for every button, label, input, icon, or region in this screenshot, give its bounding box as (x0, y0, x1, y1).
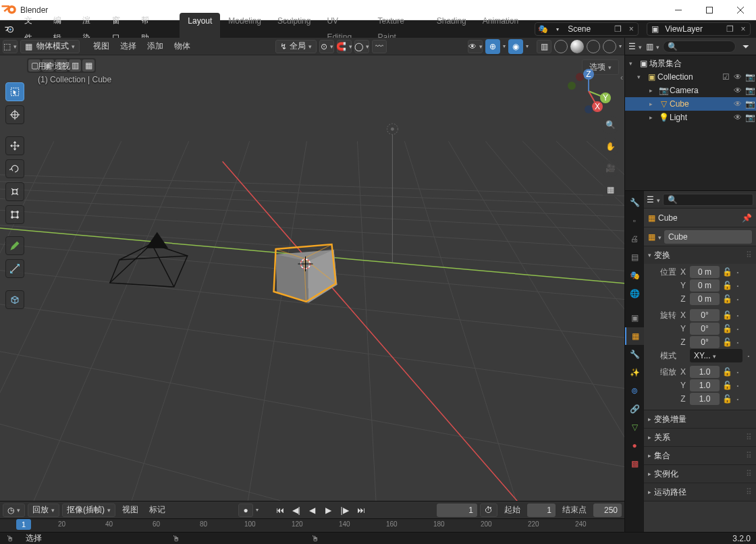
ptab-scene[interactable]: 🎭 (625, 267, 644, 284)
tool-move[interactable] (5, 136, 24, 155)
minimize-button[interactable] (663, 0, 694, 20)
tool-scale[interactable] (5, 182, 24, 201)
panel-instancing[interactable]: ▸实例化⠿ (644, 465, 756, 483)
tool-measure[interactable] (5, 259, 24, 278)
tool-cursor[interactable] (5, 105, 24, 124)
proportional-edit[interactable]: ◯ (354, 40, 369, 53)
ptab-particles[interactable]: ✨ (625, 364, 644, 381)
menu-view[interactable]: 视图 (89, 40, 113, 52)
properties-search[interactable]: 🔍 (663, 194, 753, 206)
overlay-toggle[interactable]: ◉ (508, 39, 523, 54)
outliner-scene-collection[interactable]: ▾▣ 场景集合 (625, 57, 756, 70)
maximize-button[interactable] (694, 0, 725, 20)
pin-icon[interactable]: 📌 (742, 213, 752, 223)
ptab-texture[interactable]: ▩ (625, 455, 644, 472)
object-name-field[interactable]: Cube (664, 230, 752, 244)
start-frame-field[interactable]: 1 (527, 504, 556, 517)
mode-selector[interactable]: ▦物体模式 (20, 40, 80, 53)
ptab-object[interactable]: ▦ (625, 327, 644, 345)
zoom-icon[interactable]: 🔍 (601, 116, 619, 134)
curve-falloff-icon[interactable]: 〰 (372, 40, 387, 53)
keyframe-prev-icon[interactable]: ◀| (290, 504, 303, 517)
outliner-camera[interactable]: ▸📷 Camera 👁📷 (625, 84, 756, 97)
panel-delta-transform[interactable]: ▸变换增量 (644, 410, 756, 428)
jump-end-icon[interactable]: ⏭ (354, 504, 368, 517)
rot-x[interactable]: 0° (690, 309, 720, 321)
camera-view-icon[interactable]: 🎥 (601, 159, 619, 177)
snap-selector[interactable]: 🧲 (337, 40, 352, 53)
ptab-modifiers[interactable]: 🔧 (625, 346, 644, 363)
jump-start-icon[interactable]: ⏮ (273, 504, 287, 517)
panel-collections[interactable]: ▸集合⠿ (644, 447, 756, 464)
ptab-tool[interactable]: 🔧 (625, 194, 644, 211)
current-frame-field[interactable]: 1 (437, 504, 477, 517)
outliner-search[interactable]: 🔍 (663, 40, 736, 53)
shading-wireframe[interactable] (554, 40, 568, 53)
outliner-light[interactable]: ▸💡 Light 👁📷 (625, 111, 756, 124)
menu-add[interactable]: 添加 (143, 40, 167, 52)
outliner-filter-icon[interactable]: ⏷ (738, 42, 753, 51)
delete-viewlayer-icon[interactable]: × (736, 24, 750, 34)
menu-select[interactable]: 选择 (116, 40, 140, 52)
loc-x[interactable]: 0 m (690, 266, 720, 278)
playback-menu[interactable]: 回放 (28, 504, 59, 517)
ptab-viewlayer[interactable]: ▤ (625, 248, 644, 266)
tool-annotate[interactable] (5, 236, 24, 255)
play-icon[interactable]: ▶ (322, 504, 335, 517)
visibility-toggle[interactable]: 👁 (468, 40, 483, 53)
orientation-selector[interactable]: ↯全局 (275, 40, 317, 53)
ptab-data[interactable]: ▽ (625, 418, 644, 436)
breadcrumb-object[interactable]: Cube (658, 213, 678, 223)
shading-solid[interactable] (570, 40, 584, 53)
shading-rendered[interactable] (603, 40, 616, 53)
properties-editor-type[interactable]: ☰ (647, 195, 660, 205)
rot-y[interactable]: 0° (690, 323, 720, 335)
keyframe-next-icon[interactable]: |▶ (338, 504, 352, 517)
menu-object[interactable]: 物体 (170, 40, 194, 52)
ptab-collection[interactable]: ▣ (625, 309, 644, 327)
play-reverse-icon[interactable]: ◀ (306, 504, 319, 517)
close-button[interactable] (725, 0, 756, 20)
perspective-toggle-icon[interactable]: ▦ (601, 181, 619, 198)
timeline-ruler[interactable]: 1 20 40 60 80 100 120 140 160 180 200 22… (0, 518, 624, 532)
shading-material[interactable] (587, 40, 600, 53)
tool-rotate[interactable] (5, 159, 24, 178)
keying-menu[interactable]: 抠像(插帧) (62, 504, 115, 517)
ptab-world[interactable]: 🌐 (625, 285, 644, 302)
ptab-constraints[interactable]: 🔗 (625, 400, 644, 418)
scale-x[interactable]: 1.0 (690, 366, 720, 378)
timeline-view-menu[interactable]: 视图 (118, 504, 142, 516)
editor-type-button[interactable]: ⬚ (3, 40, 18, 53)
ptab-physics[interactable]: ⊚ (625, 382, 644, 400)
tool-transform[interactable] (5, 205, 24, 224)
new-viewlayer-icon[interactable]: ❐ (723, 24, 736, 34)
outliner-display-mode[interactable]: ▥ (645, 42, 660, 51)
outliner-cube[interactable]: ▸▽ Cube 👁📷 (625, 97, 756, 111)
loc-y[interactable]: 0 m (690, 279, 720, 292)
scene-selector[interactable]: 🎭 ▾ Scene ❐ × (535, 22, 639, 36)
3d-viewport[interactable]: ▢ ▣ ▤ ▥ ▦ (0, 55, 624, 501)
autokey-toggle[interactable]: ● (238, 504, 252, 517)
outliner-collection[interactable]: ▾▣ Collection ☑👁📷 (625, 70, 756, 84)
scale-y[interactable]: 1.0 (690, 379, 720, 391)
tool-add-cube[interactable] (5, 290, 24, 309)
new-scene-icon[interactable]: ❐ (611, 24, 624, 34)
loc-z[interactable]: 0 m (690, 293, 720, 305)
playhead[interactable]: 1 (16, 519, 31, 530)
end-frame-field[interactable]: 250 (593, 504, 622, 517)
ptab-output[interactable]: 🖨 (625, 230, 644, 248)
timeline-editor-type[interactable]: ◷ (3, 504, 25, 517)
panel-motion-paths[interactable]: ▸运动路径⠿ (644, 483, 756, 501)
rot-z[interactable]: 0° (690, 336, 720, 348)
pan-icon[interactable]: ✋ (601, 138, 619, 155)
ptab-render[interactable]: ▫ (625, 212, 644, 229)
lock-icon[interactable]: 🔓 (722, 267, 732, 277)
pivot-selector[interactable]: ⊙ (319, 40, 334, 53)
outliner-editor-type[interactable]: ☰ (628, 42, 643, 51)
app-icon[interactable] (3, 22, 16, 36)
timeline-marker-menu[interactable]: 标记 (145, 504, 169, 516)
delete-scene-icon[interactable]: × (624, 24, 638, 34)
xray-toggle[interactable]: ▥ (537, 40, 551, 53)
tool-select-box[interactable] (5, 82, 24, 101)
panel-relations[interactable]: ▸关系⠿ (644, 429, 756, 446)
